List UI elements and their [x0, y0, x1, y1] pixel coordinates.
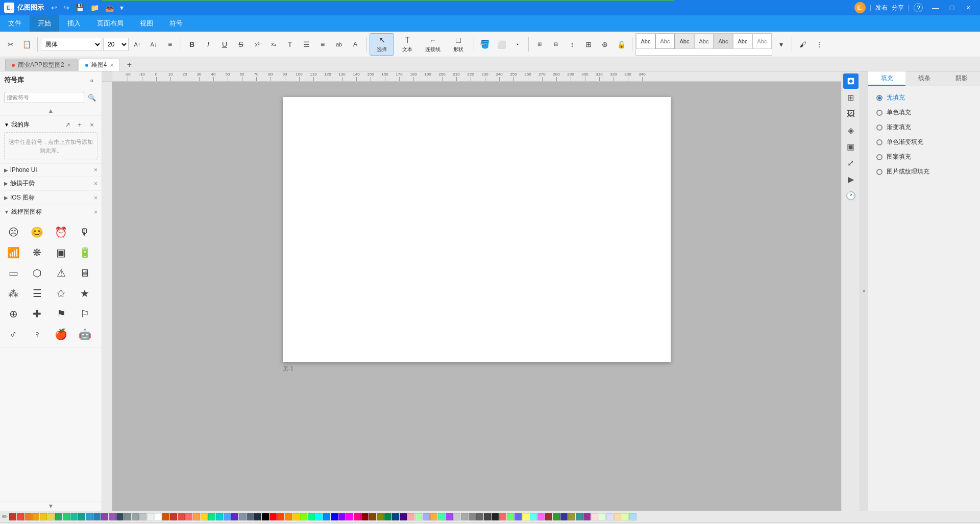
symbol-bluetooth[interactable]: ❋ [28, 243, 46, 262]
tab-diagram2[interactable]: 商业APP原型图2 × [5, 59, 78, 71]
symbol-sad-face[interactable]: ☹ [4, 223, 22, 241]
style-preset-7[interactable]: Abc [752, 34, 772, 49]
color-swatch-1[interactable] [17, 513, 24, 520]
paste-button[interactable]: 📋 [19, 37, 34, 52]
color-swatch-48[interactable] [377, 513, 384, 520]
symbol-apple[interactable]: 🍎 [52, 325, 70, 343]
symbol-wifi[interactable]: 📶 [4, 243, 22, 262]
italic-button[interactable]: I [201, 37, 216, 52]
color-swatch-42[interactable] [331, 513, 338, 520]
help-button[interactable]: ? [914, 3, 923, 12]
user-avatar[interactable]: E. [854, 2, 866, 13]
symbol-network[interactable]: ⁂ [4, 284, 22, 303]
group-button[interactable]: ⊟ [548, 37, 564, 52]
connector-tool[interactable]: ⌐ 连接线 [421, 33, 445, 56]
color-swatch-58[interactable] [453, 513, 460, 520]
section-wireframe-header[interactable]: ▼ 线框图图标 × [0, 205, 102, 219]
right-icon-image[interactable]: 🖼 [843, 106, 859, 121]
section-ios-close[interactable]: × [94, 194, 97, 202]
style-preset-2[interactable]: Abc [655, 34, 675, 49]
color-swatch-39[interactable] [308, 513, 315, 520]
symbol-battery[interactable]: 🔋 [76, 243, 94, 262]
more-format-button[interactable]: ⋮ [812, 37, 827, 52]
color-swatch-46[interactable] [361, 513, 369, 520]
scroll-down-button[interactable]: ▼ [0, 501, 102, 511]
color-swatch-64[interactable] [499, 513, 506, 520]
color-swatch-47[interactable] [369, 513, 376, 520]
right-icon-table[interactable]: ▣ [843, 139, 859, 154]
undo-button[interactable]: ↩ [49, 3, 59, 13]
color-swatch-52[interactable] [407, 513, 414, 520]
strikethrough-button[interactable]: S [233, 37, 249, 52]
section-touch-header[interactable]: ▶ 触摸手势 × [0, 177, 102, 190]
color-swatch-79[interactable] [614, 513, 621, 520]
section-touch-close[interactable]: × [94, 180, 97, 187]
symbol-clock[interactable]: ⏰ [52, 223, 70, 241]
menu-insert[interactable]: 插入 [59, 15, 89, 32]
order-button[interactable]: ↕ [565, 37, 580, 52]
symbol-warning[interactable]: ⚠ [52, 264, 70, 282]
color-swatch-72[interactable] [560, 513, 568, 520]
minimize-button[interactable]: — [928, 0, 943, 15]
sidebar-collapse-button[interactable]: « [86, 74, 97, 86]
color-swatch-45[interactable] [354, 513, 361, 520]
right-icon-grid[interactable]: ⊞ [843, 90, 859, 105]
format-button[interactable]: ab [331, 37, 347, 52]
color-swatch-71[interactable] [553, 513, 560, 520]
color-swatch-49[interactable] [384, 513, 391, 520]
color-swatch-22[interactable] [178, 513, 185, 520]
symbol-monitor[interactable]: 🖥 [76, 264, 94, 282]
style-preset-5[interactable]: Abc [714, 34, 733, 49]
color-swatch-57[interactable] [446, 513, 453, 520]
fill-none[interactable]: 无填充 [872, 90, 976, 105]
select-tool[interactable]: ↖ 选择 [370, 33, 394, 56]
color-swatch-70[interactable] [545, 513, 552, 520]
color-swatch-13[interactable] [109, 513, 116, 520]
bullet-list-button[interactable]: ☰ [299, 37, 314, 52]
color-swatch-4[interactable] [40, 513, 47, 520]
section-wireframe-close[interactable]: × [94, 209, 97, 216]
symbol-flag-outline[interactable]: ⚐ [76, 305, 94, 323]
color-swatch-3[interactable] [32, 513, 39, 520]
menu-file[interactable]: 文件 [0, 15, 30, 32]
color-swatch-10[interactable] [86, 513, 93, 520]
menu-view[interactable]: 视图 [132, 15, 161, 32]
color-swatch-44[interactable] [346, 513, 353, 520]
style-preset-1[interactable]: Abc [636, 34, 655, 49]
my-library-add-button[interactable]: + [74, 119, 85, 130]
symbol-image[interactable]: ▣ [52, 243, 70, 262]
color-swatch-29[interactable] [231, 513, 238, 520]
symbol-list[interactable]: ☰ [28, 284, 46, 303]
color-swatch-16[interactable] [132, 513, 139, 520]
color-swatch-60[interactable] [469, 513, 476, 520]
color-swatch-74[interactable] [576, 513, 583, 520]
color-swatch-7[interactable] [63, 513, 70, 520]
lock-button[interactable]: 🔒 [614, 37, 629, 52]
scroll-up-button[interactable]: ▲ [0, 106, 102, 116]
panel-tab-line[interactable]: 线条 [905, 71, 943, 86]
style-preset-3[interactable]: Abc [675, 34, 694, 49]
color-swatch-31[interactable] [247, 513, 254, 520]
tab-diagram4[interactable]: 绘图4 × [79, 59, 120, 71]
close-tab-1[interactable]: × [67, 62, 71, 68]
font-increase-button[interactable]: A↑ [130, 37, 145, 52]
close-tab-2[interactable]: × [110, 62, 113, 68]
text-style-button[interactable]: T [282, 37, 298, 52]
color-swatch-37[interactable] [292, 513, 300, 520]
right-icon-play[interactable]: ▶ [843, 171, 859, 187]
color-swatch-41[interactable] [323, 513, 330, 520]
color-swatch-14[interactable] [116, 513, 124, 520]
symbol-add-circle[interactable]: ⊕ [4, 305, 22, 323]
fill-gradient[interactable]: 渐变填充 [872, 120, 976, 135]
symbol-hexagon[interactable]: ⬡ [28, 264, 46, 282]
color-swatch-68[interactable] [530, 513, 537, 520]
my-library-export-button[interactable]: ↗ [62, 119, 73, 130]
symbol-star-filled[interactable]: ★ [76, 284, 94, 303]
add-tab-button[interactable]: + [123, 59, 135, 71]
color-swatch-59[interactable] [461, 513, 468, 520]
color-swatch-28[interactable] [224, 513, 231, 520]
color-swatch-25[interactable] [201, 513, 208, 520]
color-swatch-65[interactable] [507, 513, 514, 520]
right-panel-collapse[interactable]: » [860, 71, 868, 511]
panel-tab-fill[interactable]: 填充 [868, 71, 905, 86]
